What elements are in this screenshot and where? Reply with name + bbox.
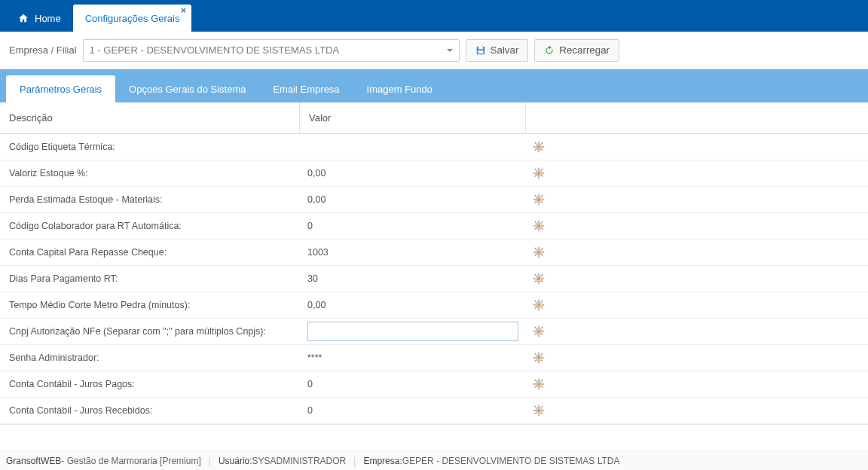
svg-point-3 bbox=[536, 145, 540, 148]
gear-icon[interactable] bbox=[532, 140, 546, 154]
subtab-email[interactable]: Email Empresa bbox=[259, 75, 353, 102]
svg-rect-6 bbox=[533, 146, 536, 147]
table-row[interactable]: Código Colaborador para RT Automática:0 bbox=[0, 213, 868, 240]
gear-icon[interactable] bbox=[532, 219, 546, 233]
gear-icon[interactable] bbox=[532, 377, 546, 391]
subtab-opcoes[interactable]: Opçoes Gerais do Sistema bbox=[115, 75, 259, 102]
col-header-valor[interactable]: Valor bbox=[300, 102, 526, 133]
row-value[interactable]: 0,00 bbox=[300, 168, 526, 179]
subtab-label: Parâmetros Gerais bbox=[20, 84, 102, 95]
subtab-parametros[interactable]: Parâmetros Gerais bbox=[6, 75, 115, 102]
row-value[interactable]: 0,00 bbox=[300, 300, 526, 310]
table-row[interactable]: Conta Contábil - Juros Recebidos:0 bbox=[0, 398, 868, 424]
tab-home[interactable]: Home bbox=[6, 5, 73, 32]
gear-icon[interactable] bbox=[532, 193, 546, 206]
svg-rect-2 bbox=[478, 50, 483, 53]
svg-rect-96 bbox=[533, 383, 536, 384]
row-value[interactable]: 0 bbox=[300, 379, 526, 389]
row-value[interactable]: 0,00 bbox=[300, 194, 526, 205]
svg-rect-55 bbox=[538, 282, 539, 285]
row-description: Conta Capital Para Repasse Cheque: bbox=[0, 247, 300, 258]
svg-rect-70 bbox=[541, 301, 543, 303]
svg-rect-44 bbox=[538, 247, 539, 249]
svg-rect-15 bbox=[538, 177, 539, 179]
row-action bbox=[526, 377, 552, 391]
svg-rect-35 bbox=[538, 230, 539, 232]
row-value-input[interactable] bbox=[307, 322, 518, 341]
status-user-label: Usuário: bbox=[219, 456, 252, 466]
svg-rect-85 bbox=[538, 362, 539, 364]
chevron-down-icon bbox=[447, 49, 453, 52]
row-value[interactable]: 30 bbox=[300, 273, 526, 284]
gear-icon[interactable] bbox=[532, 298, 546, 312]
svg-rect-40 bbox=[541, 221, 543, 224]
reload-button-label: Recarregar bbox=[559, 44, 610, 56]
svg-rect-38 bbox=[534, 221, 536, 224]
tab-home-label: Home bbox=[35, 13, 61, 24]
save-button[interactable]: Salvar bbox=[466, 39, 529, 62]
svg-rect-8 bbox=[534, 142, 536, 145]
svg-rect-65 bbox=[538, 309, 539, 311]
svg-rect-76 bbox=[533, 331, 536, 331]
svg-point-83 bbox=[536, 356, 540, 359]
gear-icon[interactable] bbox=[532, 404, 546, 417]
tab-config[interactable]: Configurações Gerais × bbox=[73, 5, 192, 32]
close-icon[interactable]: × bbox=[178, 6, 188, 17]
row-value[interactable]: 0 bbox=[300, 221, 526, 231]
svg-point-13 bbox=[536, 171, 540, 175]
svg-rect-57 bbox=[542, 278, 545, 279]
svg-rect-110 bbox=[541, 406, 543, 408]
svg-rect-75 bbox=[538, 335, 539, 337]
svg-rect-107 bbox=[542, 410, 545, 410]
table-row[interactable]: Senha Administrador:**** bbox=[0, 345, 868, 371]
company-select[interactable]: 1 - GEPER - DESENVOLVIMENTO DE SISTEMAS … bbox=[83, 39, 460, 62]
table-row[interactable]: Conta Contábil - Juros Pagos:0 bbox=[0, 371, 868, 398]
svg-rect-27 bbox=[542, 199, 545, 200]
svg-rect-17 bbox=[542, 172, 545, 173]
gear-icon[interactable] bbox=[532, 272, 546, 285]
reload-icon bbox=[544, 45, 555, 56]
row-action bbox=[526, 219, 552, 233]
svg-point-43 bbox=[536, 250, 540, 254]
table-row[interactable]: Conta Capital Para Repasse Cheque:1003 bbox=[0, 240, 868, 266]
table-row[interactable]: Código Etiqueta Térmica: bbox=[0, 134, 868, 160]
row-action bbox=[526, 272, 552, 285]
svg-point-73 bbox=[536, 329, 540, 333]
row-action bbox=[526, 325, 552, 338]
row-action bbox=[526, 193, 552, 206]
svg-rect-28 bbox=[534, 195, 536, 197]
table-row[interactable]: Valoriz Estoque %:0,00 bbox=[0, 160, 868, 187]
svg-point-23 bbox=[536, 197, 540, 201]
svg-rect-88 bbox=[534, 353, 536, 356]
svg-rect-14 bbox=[538, 168, 539, 170]
row-value[interactable]: 1003 bbox=[300, 247, 526, 258]
status-bar: GransoftWEB - Gestão de Marmoraria [Prem… bbox=[0, 450, 868, 470]
svg-rect-36 bbox=[533, 225, 536, 226]
svg-rect-20 bbox=[541, 169, 543, 171]
svg-rect-18 bbox=[534, 169, 536, 171]
row-value[interactable]: 0 bbox=[300, 405, 526, 416]
gear-icon[interactable] bbox=[532, 246, 546, 259]
save-icon bbox=[475, 45, 486, 56]
svg-rect-45 bbox=[538, 256, 539, 258]
subtabs: Parâmetros Gerais Opçoes Gerais do Siste… bbox=[0, 69, 868, 102]
row-value[interactable]: **** bbox=[300, 352, 526, 363]
grid-header: Descrição Valor bbox=[0, 102, 868, 134]
svg-rect-48 bbox=[534, 248, 536, 250]
company-label: Empresa / Filial bbox=[9, 44, 77, 56]
svg-rect-74 bbox=[538, 326, 539, 328]
table-row[interactable]: Cnpj Autorização NFe (Separar com ";" pa… bbox=[0, 319, 868, 345]
table-row[interactable]: Perda Estimada Estoque - Materiais:0,00 bbox=[0, 187, 868, 213]
col-header-descricao[interactable]: Descrição bbox=[0, 102, 300, 133]
gear-icon[interactable] bbox=[532, 325, 546, 338]
table-row[interactable]: Tempo Médio Corte Metro Pedra (minutos):… bbox=[0, 292, 868, 319]
status-user: SYSADMINISTRADOR bbox=[252, 456, 347, 466]
gear-icon[interactable] bbox=[532, 351, 546, 365]
svg-point-53 bbox=[536, 276, 540, 280]
table-row[interactable]: Dias Para Pagamento RT:30 bbox=[0, 266, 868, 292]
row-description: Conta Contábil - Juros Recebidos: bbox=[0, 405, 300, 416]
subtab-imagem[interactable]: Imagem Fundo bbox=[353, 75, 446, 102]
reload-button[interactable]: Recarregar bbox=[534, 39, 619, 62]
gear-icon[interactable] bbox=[532, 166, 546, 180]
row-description: Perda Estimada Estoque - Materiais: bbox=[0, 194, 300, 205]
